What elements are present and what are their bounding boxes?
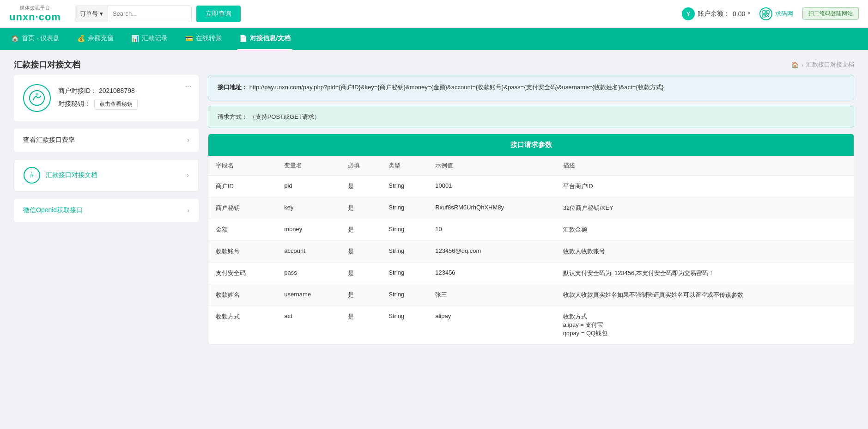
cell-example: 张三 xyxy=(428,284,556,306)
records-icon: 📊 xyxy=(131,35,139,42)
qrcode-label: 求码网 xyxy=(775,10,793,18)
search-bar: 订单号 ▾ xyxy=(75,6,192,22)
cell-example: Rxuf8sRM6UrhQhXHM8y xyxy=(428,197,556,219)
home-icon: 🏠 xyxy=(11,35,19,42)
view-secret-button[interactable]: 点击查看秘钥 xyxy=(94,99,138,110)
nav-label-recharge: 余额充值 xyxy=(88,34,114,43)
cell-field: 收款方式 xyxy=(208,306,277,344)
api-url-text: http://pay.unxn.com/pay.php?pid={商户ID}&k… xyxy=(249,84,664,91)
svg-rect-3 xyxy=(767,12,768,12)
balance-icon: ¥ xyxy=(682,7,695,20)
cell-field: 支付安全码 xyxy=(208,262,277,284)
merchant-info: 商户对接ID： 2021088798 对接秘钥： 点击查看秘钥 xyxy=(58,87,189,110)
cell-required: 是 xyxy=(340,284,382,306)
request-method-label: 请求方式： xyxy=(218,113,248,120)
svg-rect-9 xyxy=(766,16,767,17)
svg-rect-10 xyxy=(768,16,769,17)
user-login-button[interactable]: 扫二维码登陆网站 xyxy=(802,7,859,20)
qrcode-link[interactable]: 求码网 xyxy=(759,7,793,20)
svg-rect-5 xyxy=(764,15,765,16)
svg-point-12 xyxy=(36,93,38,96)
docs-icon: 📄 xyxy=(239,35,247,42)
api-url-box: 接口地址： http://pay.unxn.com/pay.php?pid={商… xyxy=(208,75,854,100)
nav-item-docs[interactable]: 📄 对接信息/文档 xyxy=(237,28,292,50)
cell-example: 10 xyxy=(428,219,556,240)
cell-required: 是 xyxy=(340,240,382,262)
merchant-more-button[interactable]: ··· xyxy=(185,82,191,91)
page-title: 汇款接口对接文档 xyxy=(14,59,80,70)
breadcrumb-home-icon[interactable]: 🏠 xyxy=(791,61,799,68)
cell-desc: 收款方式 alipay = 支付宝 qqpay = QQ钱包 xyxy=(556,306,854,344)
cell-variable: pid xyxy=(277,175,340,197)
request-method-value: （支持POST或GET请求） xyxy=(249,113,320,120)
api-url-label: 接口地址： xyxy=(218,84,248,91)
cell-type: String xyxy=(381,262,428,284)
dropdown-icon: ▾ xyxy=(100,10,103,17)
sidebar: 商户对接ID： 2021088798 对接秘钥： 点击查看秘钥 ··· 查看汇款… xyxy=(14,75,199,344)
table-row: 金额money是String10汇款金额 xyxy=(208,219,854,240)
cell-desc: 收款人收款真实姓名如果不强制验证真实姓名可以留空或不传该参数 xyxy=(556,284,854,306)
params-table: 字段名 变量名 必填 类型 示例值 描述 商户IDpid是String10001… xyxy=(208,156,854,344)
table-row: 商户秘钥key是StringRxuf8sRM6UrhQhXHM8y32位商户秘钥… xyxy=(208,197,854,219)
balance-value: 0.00 xyxy=(733,10,745,18)
cell-type: String xyxy=(381,240,428,262)
cell-type: String xyxy=(381,175,428,197)
cell-example: 123456@qq.com xyxy=(428,240,556,262)
cell-field: 收款账号 xyxy=(208,240,277,262)
qrcode-icon xyxy=(759,7,772,20)
rate-label: 查看汇款接口费率 xyxy=(23,136,75,144)
nav-item-transfer[interactable]: 💳 在线转账 xyxy=(183,28,224,50)
rate-arrow-icon: › xyxy=(187,136,189,144)
request-method-box: 请求方式： （支持POST或GET请求） xyxy=(208,106,854,128)
doc-content: 接口地址： http://pay.unxn.com/pay.php?pid={商… xyxy=(208,75,854,344)
doc-icon: # xyxy=(24,167,40,184)
breadcrumb-current: 汇款接口对接文档 xyxy=(806,61,854,69)
nav-item-recharge[interactable]: 💰 余额充值 xyxy=(75,28,115,50)
header: 媒体变现平台 unxn·com 订单号 ▾ 立即查询 ¥ 账户余额： 0.00 … xyxy=(0,0,868,28)
nav-item-dashboard[interactable]: 🏠 首页 - 仪表盘 xyxy=(9,28,61,50)
doc-card-left: # 汇款接口对接文档 xyxy=(24,167,97,184)
svg-rect-1 xyxy=(764,12,765,12)
transfer-icon: 💳 xyxy=(185,35,193,42)
svg-rect-7 xyxy=(768,14,769,15)
cell-required: 是 xyxy=(340,219,382,240)
logo-main: unxn·com xyxy=(9,11,61,23)
cell-variable: money xyxy=(277,219,340,240)
cell-variable: username xyxy=(277,284,340,306)
cell-desc: 平台商户ID xyxy=(556,175,854,197)
cell-desc: 收款人收款账号 xyxy=(556,240,854,262)
doc-card[interactable]: # 汇款接口对接文档 › xyxy=(14,159,199,191)
wechat-arrow-icon: › xyxy=(187,207,189,214)
cell-example: alipay xyxy=(428,306,556,344)
col-type: 类型 xyxy=(381,156,428,176)
table-row: 支付安全码pass是String123456默认支付安全码为: 123456,本… xyxy=(208,262,854,284)
logo-dot: · xyxy=(36,11,39,23)
merchant-id-label: 商户对接ID： xyxy=(58,87,97,94)
search-type-selector[interactable]: 订单号 ▾ xyxy=(75,6,108,22)
merchant-logo xyxy=(23,84,51,112)
merchant-secret-label: 对接秘钥： xyxy=(58,100,91,108)
logo: 媒体变现平台 unxn·com xyxy=(9,5,61,23)
recharge-icon: 💰 xyxy=(77,35,85,42)
breadcrumb-separator: › xyxy=(801,61,803,68)
nav-item-records[interactable]: 📊 汇款记录 xyxy=(129,28,170,50)
merchant-id: 商户对接ID： 2021088798 xyxy=(58,87,189,95)
params-table-body: 商户IDpid是String10001平台商户ID商户秘钥key是StringR… xyxy=(208,175,854,344)
wechat-card[interactable]: 微信Openid获取接口 › xyxy=(14,199,199,222)
cell-variable: account xyxy=(277,240,340,262)
cell-desc: 32位商户秘钥/KEY xyxy=(556,197,854,219)
rate-card[interactable]: 查看汇款接口费率 › xyxy=(14,129,199,152)
search-button[interactable]: 立即查询 xyxy=(196,6,241,22)
cell-type: String xyxy=(381,306,428,344)
cell-desc: 默认支付安全码为: 123456,本支付安全码即为交易密码！ xyxy=(556,262,854,284)
search-type-label: 订单号 xyxy=(80,10,98,18)
cell-type: String xyxy=(381,284,428,306)
cell-field: 金额 xyxy=(208,219,277,240)
nav-label-transfer: 在线转账 xyxy=(196,34,222,43)
search-input[interactable] xyxy=(108,10,191,17)
table-row: 收款账号account是String123456@qq.com收款人收款账号 xyxy=(208,240,854,262)
col-required: 必填 xyxy=(340,156,382,176)
cell-field: 收款姓名 xyxy=(208,284,277,306)
params-header: 接口请求参数 xyxy=(208,134,854,156)
table-row: 收款方式act是Stringalipay收款方式 alipay = 支付宝 qq… xyxy=(208,306,854,344)
